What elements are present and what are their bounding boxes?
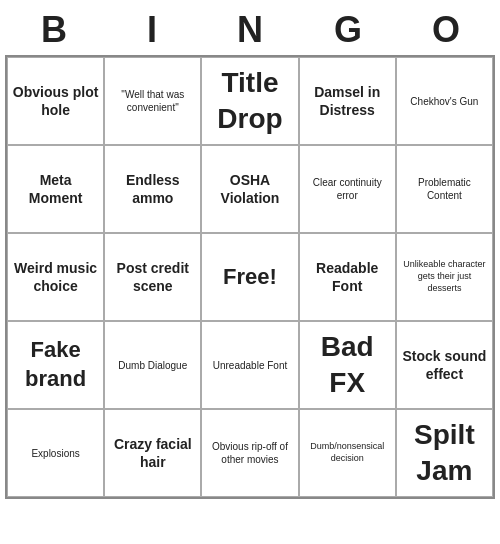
cell-text-13: Readable Font (304, 259, 391, 295)
cell-21[interactable]: Crazy facial hair (104, 409, 201, 497)
cell-24[interactable]: Spilt Jam (396, 409, 493, 497)
cell-text-7: OSHA Violation (206, 171, 293, 207)
cell-text-1: "Well that was convenient" (109, 88, 196, 114)
cell-text-8: Clear continuity error (304, 176, 391, 202)
cell-text-6: Endless ammo (109, 171, 196, 207)
cell-3[interactable]: Damsel in Distress (299, 57, 396, 145)
cell-7[interactable]: OSHA Violation (201, 145, 298, 233)
cell-text-18: Bad FX (304, 329, 391, 402)
cell-1[interactable]: "Well that was convenient" (104, 57, 201, 145)
cell-16[interactable]: Dumb Dialogue (104, 321, 201, 409)
cell-19[interactable]: Stock sound effect (396, 321, 493, 409)
header-letter-n: N (201, 5, 299, 55)
cell-text-4: Chekhov's Gun (410, 95, 478, 108)
bingo-header: BINGO (5, 5, 495, 55)
cell-22[interactable]: Obvious rip-off of other movies (201, 409, 298, 497)
cell-0[interactable]: Obvious plot hole (7, 57, 104, 145)
cell-text-16: Dumb Dialogue (118, 359, 187, 372)
cell-15[interactable]: Fake brand (7, 321, 104, 409)
cell-text-2: Title Drop (206, 65, 293, 138)
bingo-grid: Obvious plot hole"Well that was convenie… (5, 55, 495, 499)
cell-text-14: Unlikeable character gets their just des… (401, 259, 488, 294)
cell-text-0: Obvious plot hole (12, 83, 99, 119)
header-letter-b: B (5, 5, 103, 55)
cell-9[interactable]: Problematic Content (396, 145, 493, 233)
cell-text-22: Obvious rip-off of other movies (206, 440, 293, 466)
cell-text-17: Unreadable Font (213, 359, 288, 372)
cell-10[interactable]: Weird music choice (7, 233, 104, 321)
cell-12[interactable]: Free! (201, 233, 298, 321)
cell-18[interactable]: Bad FX (299, 321, 396, 409)
cell-23[interactable]: Dumb/nonsensical decision (299, 409, 396, 497)
cell-text-19: Stock sound effect (401, 347, 488, 383)
cell-13[interactable]: Readable Font (299, 233, 396, 321)
cell-5[interactable]: Meta Moment (7, 145, 104, 233)
cell-text-5: Meta Moment (12, 171, 99, 207)
cell-text-9: Problematic Content (401, 176, 488, 202)
cell-text-11: Post credit scene (109, 259, 196, 295)
cell-text-15: Fake brand (12, 336, 99, 393)
cell-4[interactable]: Chekhov's Gun (396, 57, 493, 145)
cell-17[interactable]: Unreadable Font (201, 321, 298, 409)
cell-text-21: Crazy facial hair (109, 435, 196, 471)
cell-text-24: Spilt Jam (401, 417, 488, 490)
cell-6[interactable]: Endless ammo (104, 145, 201, 233)
cell-text-23: Dumb/nonsensical decision (304, 441, 391, 464)
cell-text-3: Damsel in Distress (304, 83, 391, 119)
header-letter-i: I (103, 5, 201, 55)
cell-8[interactable]: Clear continuity error (299, 145, 396, 233)
cell-text-12: Free! (223, 263, 277, 292)
header-letter-g: G (299, 5, 397, 55)
cell-text-10: Weird music choice (12, 259, 99, 295)
cell-11[interactable]: Post credit scene (104, 233, 201, 321)
cell-14[interactable]: Unlikeable character gets their just des… (396, 233, 493, 321)
cell-text-20: Explosions (31, 447, 79, 460)
cell-2[interactable]: Title Drop (201, 57, 298, 145)
bingo-card: BINGO Obvious plot hole"Well that was co… (5, 5, 495, 499)
cell-20[interactable]: Explosions (7, 409, 104, 497)
header-letter-o: O (397, 5, 495, 55)
